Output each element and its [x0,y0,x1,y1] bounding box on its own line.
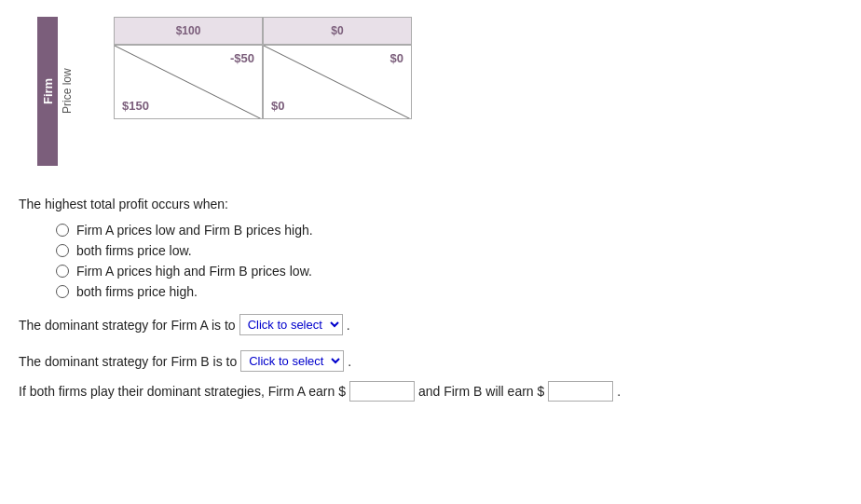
dominant-b-select[interactable]: Click to selectprice lowprice high [240,350,344,372]
dominant-b-suffix: . [348,354,351,369]
matrix-header-row: $100 $0 [76,17,412,45]
radio-circle-3[interactable] [56,265,69,278]
dominant-a-suffix: . [347,318,350,333]
dominant-a-select[interactable]: Click to selectprice lowprice high [239,314,343,335]
radio-option-3[interactable]: Firm A prices high and Firm B prices low… [56,264,842,279]
if-both-text-middle: and Firm B will earn $ [418,384,544,399]
radio-circle-1[interactable] [56,224,69,237]
matrix-cell-2: $0 $0 [263,45,412,119]
matrix-cell-1: -$50 $150 [114,45,263,119]
radio-label-2: both firms price low. [76,243,192,258]
row-header-1 [76,45,114,119]
cell-1-bottom-left: $150 [122,99,149,113]
radio-circle-2[interactable] [56,244,69,257]
if-both-text-after: . [617,384,621,399]
cell-1-top-right: -$50 [230,51,254,65]
if-both-row: If both firms play their dominant strate… [19,381,842,402]
col-header-2: $0 [263,17,412,45]
cell-2-top-right: $0 [390,51,403,65]
firm-label: Firm [37,17,58,166]
price-low-row-label: Price low [58,17,76,166]
matrix-data-row: -$50 $150 $0 $0 [76,45,412,119]
radio-label-1: Firm A prices low and Firm B prices high… [76,223,313,238]
radio-label-4: both firms price high. [76,284,198,299]
radio-option-4[interactable]: both firms price high. [56,284,842,299]
question-text: The highest total profit occurs when: [19,197,842,211]
radio-circle-4[interactable] [56,285,69,298]
matrix-grid: $100 $0 -$50 $150 [76,17,412,166]
dominant-strategy-a-row: The dominant strategy for Firm A is to C… [19,314,842,335]
if-both-text-before: If both firms play their dominant strate… [19,384,346,399]
dominant-b-prefix: The dominant strategy for Firm B is to [19,354,237,369]
dominant-strategy-b-row: The dominant strategy for Firm B is to C… [19,350,842,372]
firm-a-earn-input[interactable] [349,381,415,402]
diagonal-line-2 [264,46,411,118]
corner-cell [76,17,114,45]
dominant-a-prefix: The dominant strategy for Firm A is to [19,318,236,333]
payoff-matrix: Firm Price low $100 $0 -$50 $150 [37,17,412,166]
svg-line-1 [264,46,411,118]
radio-group: Firm A prices low and Firm B prices high… [56,223,842,299]
radio-option-2[interactable]: both firms price low. [56,243,842,258]
cell-2-bottom-left: $0 [271,99,284,113]
question-section: The highest total profit occurs when: Fi… [19,197,842,402]
radio-label-3: Firm A prices high and Firm B prices low… [76,264,312,279]
radio-option-1[interactable]: Firm A prices low and Firm B prices high… [56,223,842,238]
col-header-1: $100 [114,17,263,45]
firm-b-earn-input[interactable] [548,381,613,402]
